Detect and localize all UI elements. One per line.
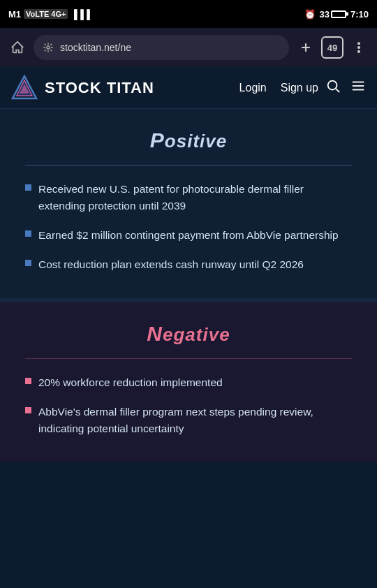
svg-line-10	[336, 89, 339, 92]
menu-icon[interactable]	[350, 78, 366, 97]
nav-icons	[325, 78, 366, 97]
bullet-icon	[25, 230, 31, 237]
browser-bar: stocktitan.net/ne 49	[0, 28, 377, 67]
carrier-label: M1	[8, 9, 21, 20]
battery-percent: 33	[320, 9, 330, 20]
svg-point-5	[358, 51, 360, 52]
negative-section: Negative 20% workforce reduction impleme…	[0, 302, 377, 462]
negative-title: Negative	[25, 322, 352, 346]
negative-divider	[25, 358, 352, 359]
search-icon[interactable]	[325, 78, 341, 97]
positive-item-2: Earned $2 million contingent payment fro…	[38, 227, 339, 244]
list-item: AbbVie's dermal filler program next step…	[25, 404, 352, 437]
positive-title-cap: P	[150, 128, 165, 152]
negative-item-2: AbbVie's dermal filler program next step…	[38, 404, 352, 437]
negative-item-1: 20% workforce reduction implemented	[38, 374, 223, 391]
status-right: ⏰ 33 7:10	[304, 9, 369, 20]
list-item: 20% workforce reduction implemented	[25, 374, 352, 391]
positive-divider	[25, 165, 352, 166]
battery-indicator: 33	[320, 9, 346, 20]
bullet-icon	[25, 407, 31, 413]
positive-title-rest: ositive	[165, 131, 227, 152]
status-bar: M1 VoLTE 4G+ ▐▐▐ ⏰ 33 7:10	[0, 0, 377, 28]
signal-icon: ▐▐▐	[71, 9, 90, 20]
negative-title-rest: egative	[163, 324, 230, 345]
login-link[interactable]: Login	[239, 82, 267, 94]
positive-item-3: Cost reduction plan extends cash runway …	[38, 256, 304, 273]
main-content: Positive Received new U.S. patent for ph…	[0, 109, 377, 462]
alarm-icon: ⏰	[304, 9, 316, 20]
svg-point-0	[47, 46, 50, 49]
battery-icon	[331, 10, 346, 18]
home-button[interactable]	[7, 37, 28, 58]
time-label: 7:10	[350, 9, 369, 20]
signup-link[interactable]: Sign up	[281, 82, 318, 94]
url-bar[interactable]: stocktitan.net/ne	[34, 35, 289, 60]
list-item: Earned $2 million contingent payment fro…	[25, 227, 352, 244]
logo-area: STOCK TITAN	[11, 75, 239, 101]
svg-point-3	[358, 43, 360, 44]
svg-point-9	[328, 81, 337, 90]
browser-menu-button[interactable]	[348, 36, 370, 59]
negative-title-cap: N	[147, 322, 163, 345]
nav-links: Login Sign up	[239, 82, 318, 94]
list-item: Cost reduction plan extends cash runway …	[25, 256, 352, 273]
url-security-icon	[42, 41, 54, 54]
positive-section: Positive Received new U.S. patent for ph…	[0, 109, 377, 302]
network-label: VoLTE 4G+	[24, 9, 68, 19]
bullet-icon	[25, 378, 31, 384]
browser-actions: 49	[295, 36, 370, 59]
url-text: stocktitan.net/ne	[60, 42, 131, 53]
logo-text: STOCK TITAN	[45, 79, 154, 97]
bullet-icon	[25, 260, 31, 266]
tab-count-button[interactable]: 49	[321, 36, 343, 59]
svg-point-4	[358, 47, 360, 48]
positive-list: Received new U.S. patent for photocurabl…	[25, 181, 352, 273]
list-item: Received new U.S. patent for photocurabl…	[25, 181, 352, 214]
negative-list: 20% workforce reduction implemented AbbV…	[25, 374, 352, 437]
add-tab-button[interactable]	[295, 36, 317, 59]
status-left: M1 VoLTE 4G+ ▐▐▐	[8, 9, 90, 20]
navbar: STOCK TITAN Login Sign up	[0, 67, 377, 109]
positive-item-1: Received new U.S. patent for photocurabl…	[38, 181, 352, 214]
positive-title: Positive	[25, 128, 352, 152]
logo-icon	[11, 75, 38, 101]
bullet-icon	[25, 184, 31, 191]
